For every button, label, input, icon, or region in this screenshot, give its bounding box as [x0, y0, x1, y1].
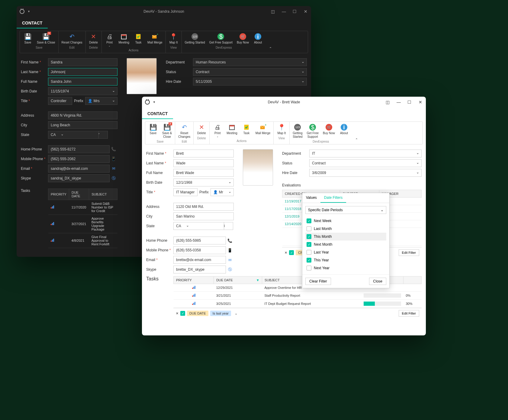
title-field[interactable]	[48, 97, 72, 105]
collapse-ribbon-icon[interactable]: ⌃	[352, 122, 361, 144]
reset-button[interactable]: ↶Reset Changes	[60, 32, 84, 45]
close-button[interactable]: ✕	[418, 100, 423, 105]
hphone-field[interactable]	[48, 145, 110, 153]
hphone-field[interactable]	[173, 237, 226, 244]
checkbox-icon[interactable]: ✓	[307, 258, 311, 263]
list-item[interactable]: ✓Next Week	[305, 217, 386, 225]
table-row[interactable]: 3/25/2021IT Dept Budget Request Report30…	[174, 300, 422, 308]
first-name-field[interactable]	[173, 150, 234, 157]
maximize-button[interactable]: ☐	[407, 100, 412, 105]
full-name-field[interactable]	[173, 169, 234, 177]
list-item[interactable]: Last Month	[305, 225, 386, 233]
reset-button[interactable]: ↶ResetChanges	[176, 123, 192, 139]
mail-icon[interactable]: ✉	[226, 256, 234, 264]
phone-icon[interactable]: 📞	[226, 237, 234, 244]
mphone-field[interactable]	[173, 246, 226, 254]
mphone-field[interactable]	[48, 155, 110, 163]
address-field[interactable]	[173, 203, 234, 211]
email-field[interactable]	[48, 165, 110, 173]
list-item[interactable]: Last Year	[305, 248, 386, 256]
list-item[interactable]: ✓This Month	[305, 233, 386, 241]
checkbox-icon[interactable]: ✓	[307, 218, 311, 223]
list-item[interactable]: ✓Next Month	[305, 241, 386, 248]
delete-button[interactable]: ✕Delete	[195, 123, 208, 136]
col-priority[interactable]: PRIORITY	[174, 276, 214, 284]
getting-started-button[interactable]: 123Getting Started	[183, 32, 207, 45]
clear-filter-button[interactable]: Clear Filter	[305, 278, 331, 285]
prefix-field[interactable]: 👤Mr	[211, 188, 234, 196]
chevron-down-icon[interactable]: ▼	[27, 10, 30, 13]
ribbon-toggle-icon[interactable]: ◫	[385, 100, 390, 105]
edit-filter-button[interactable]: Edit Filter	[399, 249, 419, 256]
tab-date-filters[interactable]: Date Filters	[320, 193, 346, 203]
address-field[interactable]	[48, 111, 117, 119]
filter-checkbox[interactable]: ✓	[180, 311, 185, 316]
section-tab[interactable]: CONTACT	[17, 17, 48, 28]
checkbox-icon[interactable]	[307, 250, 311, 255]
edit-filter-button[interactable]: Edit Filter	[399, 310, 419, 317]
prefix-field[interactable]: 👤Mrs	[85, 97, 117, 105]
save-close-button[interactable]: 💾✕Save &Close	[160, 123, 174, 139]
mobile-icon[interactable]: 📱	[110, 155, 117, 163]
hire-field[interactable]	[193, 78, 307, 86]
buynow-button[interactable]: 🛒Buy Now	[235, 32, 251, 45]
last-name-field[interactable]	[173, 159, 234, 167]
about-button[interactable]: iAbout	[251, 32, 265, 45]
col-priority[interactable]: PRIORITY	[48, 189, 69, 200]
clear-filter-icon[interactable]: ✕	[285, 251, 287, 255]
skype-icon[interactable]: Ⓢ	[110, 174, 117, 182]
save-close-button[interactable]: 💾✕Save & Close	[35, 32, 57, 45]
save-button[interactable]: 💾Save	[146, 123, 160, 139]
maximize-button[interactable]: ☐	[292, 9, 297, 14]
col-duedate[interactable]: DUE DATE ▼	[214, 276, 262, 284]
minimize-button[interactable]: —	[396, 100, 401, 105]
full-name-field[interactable]	[48, 78, 117, 86]
skype-field[interactable]	[48, 174, 110, 182]
status-field[interactable]	[309, 159, 422, 167]
chevron-down-icon[interactable]: ▼	[153, 101, 156, 104]
filter-icon[interactable]: ▼	[256, 278, 259, 282]
task-button[interactable]: Task	[132, 32, 145, 48]
first-name-field[interactable]	[48, 58, 117, 66]
tab-values[interactable]: Values	[302, 193, 320, 203]
clear-filter-icon[interactable]: ✕	[176, 312, 178, 315]
city-field[interactable]	[48, 121, 117, 129]
checkbox-icon[interactable]: ✓	[307, 234, 311, 239]
mobile-icon[interactable]: 📱	[226, 246, 234, 254]
email-field[interactable]	[173, 256, 226, 264]
dept-field[interactable]	[193, 58, 307, 66]
print-button[interactable]: 🖨Print⌄	[103, 32, 116, 48]
col-duedate[interactable]: DUE DATE	[69, 189, 89, 200]
print-button[interactable]: 🖨Print⌄	[211, 123, 224, 138]
dept-field[interactable]	[309, 150, 422, 157]
table-row[interactable]: 3/21/2021Staff Productivity Report0%	[174, 292, 422, 300]
task-button[interactable]: Task	[240, 123, 253, 138]
mapit-button[interactable]: 📍Map It	[167, 32, 180, 45]
support-button[interactable]: $Get FreeSupport	[305, 123, 320, 139]
birth-date-field[interactable]	[173, 179, 234, 186]
phone-icon[interactable]: 📞	[110, 145, 117, 153]
period-select[interactable]: Specific Date Periods	[305, 206, 386, 214]
list-item[interactable]: Next Year	[305, 264, 386, 272]
chevron-down-icon[interactable]: ⌄	[235, 312, 237, 315]
checkbox-icon[interactable]: ✓	[307, 242, 311, 247]
title-field[interactable]	[173, 188, 198, 196]
filter-checkbox[interactable]: ✓	[289, 250, 294, 255]
mailmerge-button[interactable]: +Mail Merge	[254, 123, 272, 138]
city-field[interactable]	[173, 212, 234, 220]
close-popup-button[interactable]: Close	[369, 278, 386, 285]
status-field[interactable]	[193, 68, 307, 76]
filter-tag[interactable]: DUE DATE	[187, 311, 208, 316]
hire-field[interactable]	[309, 169, 422, 177]
skype-field[interactable]	[173, 266, 226, 273]
state-field[interactable]	[48, 131, 99, 139]
list-item[interactable]: ✓This Year	[305, 256, 386, 264]
last-name-field[interactable]	[48, 68, 117, 76]
mailmerge-button[interactable]: +Mail Merge	[146, 32, 164, 48]
table-row[interactable]: 4/8/2021Give Final Approval to Rent Fork…	[48, 233, 117, 248]
col-subject[interactable]: SUBJECT	[89, 189, 117, 200]
meeting-button[interactable]: Meeting	[225, 123, 239, 138]
checkbox-icon[interactable]	[307, 226, 311, 231]
close-button[interactable]: ✕	[303, 9, 308, 14]
state-field[interactable]	[173, 222, 224, 230]
